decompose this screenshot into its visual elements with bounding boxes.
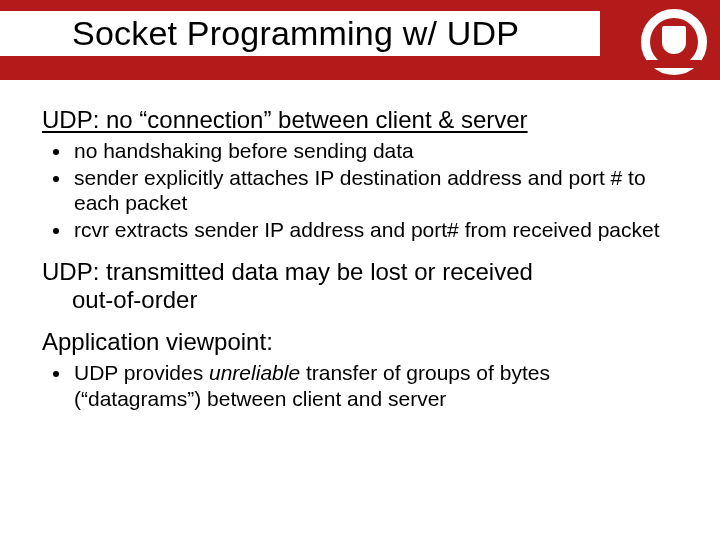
page-title: Socket Programming w/ UDP: [0, 11, 600, 56]
heading-udp-loss: UDP: transmitted data may be lost or rec…: [42, 258, 678, 286]
section-udp-no-connection: UDP: no “connection” between client & se…: [42, 106, 678, 242]
section-udp-loss: UDP: transmitted data may be lost or rec…: [42, 258, 678, 314]
heading-udp-loss-cont: out-of-order: [72, 286, 678, 314]
list-item: rcvr extracts sender IP address and port…: [72, 217, 678, 243]
university-seal-icon: [638, 6, 710, 78]
bullet-text-em: unreliable: [209, 361, 300, 384]
list-item: sender explicitly attaches IP destinatio…: [72, 165, 678, 216]
section-app-viewpoint-bullets: UDP provides unreliable transfer of grou…: [42, 360, 678, 411]
bullet-text-prefix: UDP provides: [74, 361, 209, 384]
bullet-list-app-viewpoint: UDP provides unreliable transfer of grou…: [72, 360, 678, 411]
list-item: UDP provides unreliable transfer of grou…: [72, 360, 678, 411]
slide: Socket Programming w/ UDP UDP: no “conne…: [0, 0, 720, 540]
section-app-viewpoint: Application viewpoint:: [42, 328, 678, 356]
list-item: no handshaking before sending data: [72, 138, 678, 164]
bullet-list-udp-no-connection: no handshaking before sending data sende…: [72, 138, 678, 242]
seal-shield-icon: [662, 26, 686, 54]
title-bar: Socket Programming w/ UDP: [0, 0, 720, 80]
content-area: UDP: no “connection” between client & se…: [42, 106, 678, 413]
seal-band: [646, 60, 702, 68]
heading-app-viewpoint: Application viewpoint:: [42, 328, 678, 356]
heading-udp-no-connection: UDP: no “connection” between client & se…: [42, 106, 678, 134]
